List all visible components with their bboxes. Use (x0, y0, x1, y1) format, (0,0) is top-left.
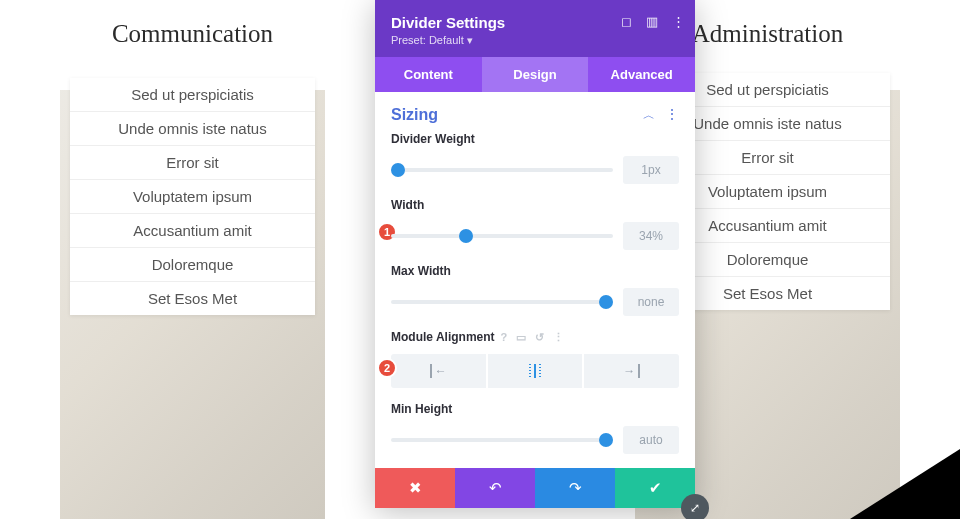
section-title[interactable]: Sizing (391, 106, 438, 124)
tab-design[interactable]: Design (482, 57, 589, 92)
control-label: Min Height (391, 402, 679, 416)
corner-wedge (850, 449, 960, 519)
tabs: Content Design Advanced (375, 57, 695, 92)
responsive-icon[interactable]: ◻ (621, 14, 632, 29)
list-item[interactable]: Voluptatem ipsum (70, 180, 315, 214)
control-divider-weight: Divider Weight 1px (391, 132, 679, 184)
section-menu-icon[interactable]: ⋮ (665, 106, 679, 122)
value-weight[interactable]: 1px (623, 156, 679, 184)
tab-content[interactable]: Content (375, 57, 482, 92)
list-item[interactable]: Set Esos Met (70, 282, 315, 315)
value-width[interactable]: 34% (623, 222, 679, 250)
align-center-button[interactable] (486, 354, 583, 388)
alignment-segmented: ← → (391, 354, 679, 388)
slider-width[interactable] (391, 234, 613, 238)
control-label: Divider Weight (391, 132, 679, 146)
label-hint-icons[interactable]: ? ▭ ↺ ⋮ (501, 331, 568, 344)
control-alignment: 2 Module Alignment ? ▭ ↺ ⋮ ← → (391, 330, 679, 388)
modal-footer: ✖ ↶ ↷ ✔ (375, 468, 695, 508)
control-label: Module Alignment (391, 330, 495, 344)
redo-button[interactable]: ↷ (535, 468, 615, 508)
list: Sed ut perspiciatis Unde omnis iste natu… (70, 78, 315, 315)
control-width: 1 Width 34% (391, 198, 679, 250)
callout-badge-1: 1 (377, 222, 397, 242)
column-title: Communication (55, 20, 330, 48)
control-label: Width (391, 198, 679, 212)
list-item[interactable]: Error sit (70, 146, 315, 180)
list-item[interactable]: Unde omnis iste natus (70, 112, 315, 146)
slider-minheight[interactable] (391, 438, 613, 442)
control-max-width: Max Width none (391, 264, 679, 316)
list-item[interactable]: Sed ut perspiciatis (70, 78, 315, 112)
slider-weight[interactable] (391, 168, 613, 172)
collapse-icon[interactable]: ︿ (643, 108, 655, 122)
undo-button[interactable]: ↶ (455, 468, 535, 508)
align-right-button[interactable]: → (582, 354, 679, 388)
control-label: Max Width (391, 264, 679, 278)
column-communication: Communication Sed ut perspiciatis Unde o… (55, 20, 330, 519)
tab-advanced[interactable]: Advanced (588, 57, 695, 92)
align-left-button[interactable]: ← (391, 354, 486, 388)
value-maxwidth[interactable]: none (623, 288, 679, 316)
close-button[interactable]: ✖ (375, 468, 455, 508)
resize-handle[interactable]: ⤢ (681, 494, 709, 519)
columns-icon[interactable]: ▥ (646, 14, 658, 29)
modal-header[interactable]: Divider Settings Preset: Default ▾ ◻ ▥ ⋮ (375, 0, 695, 57)
list-item[interactable]: Doloremque (70, 248, 315, 282)
preset-selector[interactable]: Preset: Default ▾ (391, 34, 679, 47)
panel-sizing: Sizing ︿ ⋮ Divider Weight 1px 1 Width 34… (375, 92, 695, 468)
control-min-height: Min Height auto (391, 402, 679, 454)
more-icon[interactable]: ⋮ (672, 14, 685, 29)
list-item[interactable]: Accusantium amit (70, 214, 315, 248)
slider-maxwidth[interactable] (391, 300, 613, 304)
settings-modal: Divider Settings Preset: Default ▾ ◻ ▥ ⋮… (375, 0, 695, 508)
value-minheight[interactable]: auto (623, 426, 679, 454)
callout-badge-2: 2 (377, 358, 397, 378)
